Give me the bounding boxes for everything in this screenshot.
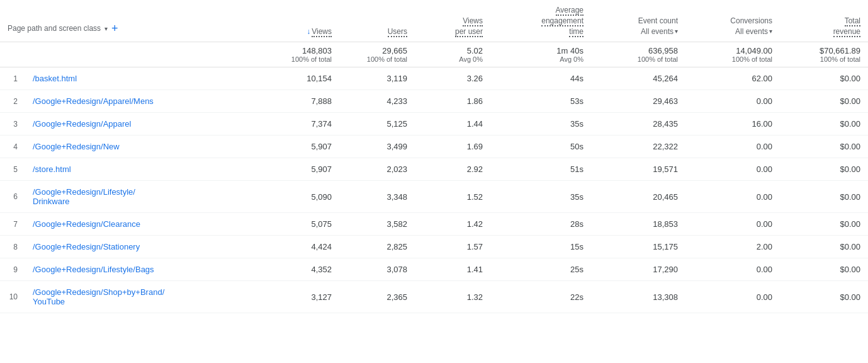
row-index: 5 (0, 158, 25, 181)
row-rev: $0.00 (780, 135, 868, 158)
col-header-event-count: Event count All events ▾ (591, 0, 685, 42)
table-row: 9 /Google+Redesign/Lifestyle/Bags 4,352 … (0, 258, 868, 281)
summary-page-cell (0, 42, 264, 67)
row-users: 3,499 (339, 135, 415, 158)
table-row: 4 /Google+Redesign/New 5,907 3,499 1.69 … (0, 135, 868, 158)
event-count-dropdown-icon[interactable]: ▾ (675, 27, 678, 36)
col-header-views-per-user[interactable]: Views per user (415, 0, 490, 42)
summary-conv: 14,049.00 100% of total (685, 42, 780, 67)
row-page-path[interactable]: /Google+Redesign/Apparel (25, 113, 264, 135)
table-row: 2 /Google+Redesign/Apparel/Mens 7,888 4,… (0, 90, 868, 113)
analytics-table: Page path and screen class ▾ + ↓Views Us… (0, 0, 868, 313)
row-index: 6 (0, 181, 25, 213)
row-index: 10 (0, 281, 25, 313)
row-rev: $0.00 (780, 181, 868, 213)
row-views: 5,075 (264, 213, 339, 236)
conversions-all-events[interactable]: All events (735, 26, 768, 37)
data-rows: 1 /basket.html 10,154 3,119 3.26 44s 45,… (0, 67, 868, 313)
event-count-all-events[interactable]: All events (641, 26, 674, 37)
row-users: 2,365 (339, 281, 415, 313)
add-dimension-button[interactable]: + (111, 21, 118, 37)
row-vpu: 1.69 (415, 135, 490, 158)
row-conv: 0.00 (685, 158, 780, 181)
col-header-views[interactable]: ↓Views (264, 0, 339, 42)
row-aet: 35s (490, 181, 591, 213)
row-users: 3,348 (339, 181, 415, 213)
row-conv: 0.00 (685, 181, 780, 213)
row-ec: 29,463 (591, 90, 685, 113)
col-header-conversions: Conversions All events ▾ (685, 0, 780, 42)
table-row: 8 /Google+Redesign/Stationery 4,424 2,82… (0, 236, 868, 258)
row-rev: $0.00 (780, 158, 868, 181)
row-views: 5,907 (264, 158, 339, 181)
summary-aet: 1m 40s Avg 0% (490, 42, 591, 67)
row-vpu: 2.92 (415, 158, 490, 181)
row-users: 2,825 (339, 236, 415, 258)
row-page-path[interactable]: /Google+Redesign/New (25, 135, 264, 158)
row-ec: 13,308 (591, 281, 685, 313)
col-header-avg-engagement[interactable]: Average engagement time (490, 0, 591, 42)
row-users: 4,233 (339, 90, 415, 113)
row-users: 5,125 (339, 113, 415, 135)
table-row: 3 /Google+Redesign/Apparel 7,374 5,125 1… (0, 113, 868, 135)
row-index: 1 (0, 67, 25, 90)
row-users: 3,582 (339, 213, 415, 236)
row-vpu: 1.57 (415, 236, 490, 258)
chevron-down-icon[interactable]: ▾ (104, 25, 108, 33)
row-views: 10,154 (264, 67, 339, 90)
row-conv: 0.00 (685, 213, 780, 236)
row-aet: 25s (490, 258, 591, 281)
row-page-path[interactable]: /basket.html (25, 67, 264, 90)
row-page-path[interactable]: /Google+Redesign/Lifestyle/Bags (25, 258, 264, 281)
summary-views: 148,803 100% of total (264, 42, 339, 67)
row-index: 4 (0, 135, 25, 158)
row-vpu: 1.86 (415, 90, 490, 113)
row-aet: 22s (490, 281, 591, 313)
row-ec: 15,175 (591, 236, 685, 258)
row-page-path[interactable]: /Google+Redesign/Lifestyle/Drinkware (25, 181, 264, 213)
row-views: 5,907 (264, 135, 339, 158)
row-page-path[interactable]: /store.html (25, 158, 264, 181)
row-ec: 17,290 (591, 258, 685, 281)
row-vpu: 1.44 (415, 113, 490, 135)
row-aet: 28s (490, 213, 591, 236)
row-page-path[interactable]: /Google+Redesign/Shop+by+Brand/YouTube (25, 281, 264, 313)
row-views: 7,888 (264, 90, 339, 113)
row-conv: 2.00 (685, 236, 780, 258)
row-vpu: 1.32 (415, 281, 490, 313)
row-aet: 53s (490, 90, 591, 113)
table-row: 5 /store.html 5,907 2,023 2.92 51s 19,57… (0, 158, 868, 181)
summary-rev: $70,661.89 100% of total (780, 42, 868, 67)
table-row: 6 /Google+Redesign/Lifestyle/Drinkware 5… (0, 181, 868, 213)
row-users: 3,078 (339, 258, 415, 281)
row-page-path[interactable]: /Google+Redesign/Clearance (25, 213, 264, 236)
row-rev: $0.00 (780, 113, 868, 135)
col-header-total-revenue: Total revenue (780, 0, 868, 42)
row-conv: 0.00 (685, 281, 780, 313)
row-index: 7 (0, 213, 25, 236)
row-vpu: 1.41 (415, 258, 490, 281)
row-aet: 44s (490, 67, 591, 90)
row-ec: 19,571 (591, 158, 685, 181)
row-views: 3,127 (264, 281, 339, 313)
row-page-path[interactable]: /Google+Redesign/Apparel/Mens (25, 90, 264, 113)
row-index: 9 (0, 258, 25, 281)
row-conv: 0.00 (685, 90, 780, 113)
row-aet: 50s (490, 135, 591, 158)
row-views: 4,352 (264, 258, 339, 281)
row-rev: $0.00 (780, 90, 868, 113)
row-vpu: 1.42 (415, 213, 490, 236)
conversions-dropdown-icon[interactable]: ▾ (769, 27, 772, 36)
row-aet: 35s (490, 113, 591, 135)
row-vpu: 3.26 (415, 67, 490, 90)
table-row: 10 /Google+Redesign/Shop+by+Brand/YouTub… (0, 281, 868, 313)
table-row: 7 /Google+Redesign/Clearance 5,075 3,582… (0, 213, 868, 236)
col-header-page: Page path and screen class ▾ + (0, 0, 264, 42)
table-row: 1 /basket.html 10,154 3,119 3.26 44s 45,… (0, 67, 868, 90)
page-path-label: Page path and screen class (8, 23, 101, 34)
col-header-users[interactable]: Users (339, 0, 415, 42)
row-users: 2,023 (339, 158, 415, 181)
row-page-path[interactable]: /Google+Redesign/Stationery (25, 236, 264, 258)
summary-ec: 636,958 100% of total (591, 42, 685, 67)
row-aet: 51s (490, 158, 591, 181)
